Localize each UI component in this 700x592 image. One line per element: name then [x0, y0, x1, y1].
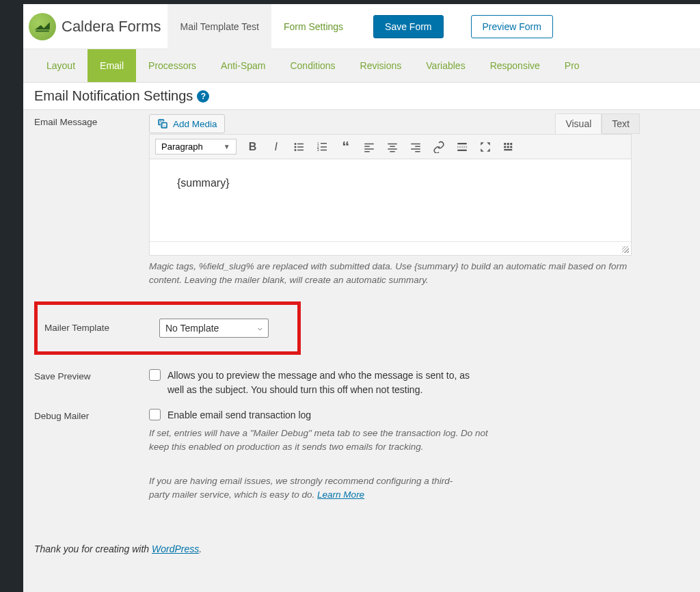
save-preview-label: Save Preview: [34, 368, 149, 397]
tab-responsive[interactable]: Responsive: [478, 49, 552, 82]
debug-mailer-label: Debug Mailer: [34, 408, 149, 502]
svg-point-2: [294, 143, 296, 145]
svg-rect-33: [507, 146, 509, 148]
svg-point-6: [294, 149, 296, 151]
numbered-list-icon[interactable]: 123: [316, 140, 329, 154]
svg-rect-16: [364, 148, 374, 150]
link-icon[interactable]: [432, 140, 446, 154]
mailer-template-label: Mailer Template: [44, 323, 159, 333]
editor-content[interactable]: {summary}: [150, 159, 631, 241]
preview-form-button[interactable]: Preview Form: [471, 15, 553, 38]
mailer-template-value: No Template: [165, 323, 219, 334]
save-form-button[interactable]: Save Form: [373, 15, 443, 38]
format-select-value: Paragraph: [161, 142, 203, 152]
svg-rect-0: [36, 30, 49, 31]
svg-rect-27: [457, 146, 467, 148]
svg-rect-21: [390, 151, 395, 152]
tab-nav: Layout Email Processors Anti-Spam Condit…: [23, 49, 700, 82]
mailer-template-select[interactable]: No Template ⌵: [159, 319, 269, 338]
toolbar-toggle-icon[interactable]: [502, 140, 515, 154]
email-message-label: Email Message: [34, 114, 149, 288]
svg-rect-11: [321, 146, 327, 148]
debug-mailer-help: If set, entries will have a "Mailer Debu…: [149, 427, 491, 455]
save-preview-checkbox[interactable]: [149, 369, 161, 381]
section-title: Email Notification Settings: [34, 88, 193, 104]
svg-rect-31: [510, 143, 512, 145]
add-media-button[interactable]: Add Media: [149, 114, 225, 133]
footer-credit: Thank you for creating with WordPress.: [34, 543, 689, 554]
editor-resize-handle[interactable]: [150, 241, 631, 255]
tab-pro[interactable]: Pro: [552, 49, 592, 82]
svg-rect-9: [321, 143, 327, 144]
chevron-down-icon: ▼: [224, 143, 230, 150]
svg-rect-5: [297, 146, 304, 148]
align-center-icon[interactable]: [386, 140, 399, 154]
add-media-label: Add Media: [173, 119, 217, 129]
app-logo: Caldera Forms: [23, 13, 167, 40]
svg-point-1: [160, 121, 161, 122]
svg-rect-32: [504, 146, 506, 148]
format-select[interactable]: Paragraph ▼: [155, 139, 237, 154]
tab-conditions[interactable]: Conditions: [278, 49, 347, 82]
tab-mail-template-test[interactable]: Mail Template Test: [167, 4, 271, 49]
debug-mailer-recommend: If you are having email issues, we stron…: [149, 474, 463, 502]
svg-rect-17: [364, 151, 370, 152]
quote-icon[interactable]: “: [339, 140, 353, 154]
learn-more-link[interactable]: Learn More: [317, 489, 364, 500]
wysiwyg-editor: Paragraph ▼ B I 123 “: [149, 134, 632, 256]
svg-point-4: [294, 146, 296, 148]
svg-rect-19: [390, 146, 395, 147]
media-icon: [157, 118, 169, 130]
svg-rect-20: [388, 148, 397, 150]
svg-rect-14: [364, 143, 374, 144]
read-more-icon[interactable]: [455, 140, 469, 154]
email-message-help: Magic tags, %field_slug% are replaced wi…: [149, 260, 628, 288]
svg-rect-22: [411, 143, 420, 144]
section-title-bar: Email Notification Settings ?: [23, 82, 700, 110]
tab-email[interactable]: Email: [88, 49, 136, 82]
editor-toolbar: Paragraph ▼ B I 123 “: [150, 135, 631, 159]
mailer-template-highlight: Mailer Template No Template ⌵: [34, 301, 301, 355]
header-bar: Caldera Forms Mail Template Test Form Se…: [23, 4, 700, 49]
debug-mailer-checkbox[interactable]: [149, 409, 161, 420]
tab-variables[interactable]: Variables: [414, 49, 477, 82]
tab-revisions[interactable]: Revisions: [348, 49, 414, 82]
svg-rect-3: [297, 143, 304, 144]
svg-rect-23: [415, 146, 420, 147]
bold-icon[interactable]: B: [246, 140, 260, 154]
svg-rect-35: [504, 149, 512, 150]
tab-anti-spam[interactable]: Anti-Spam: [208, 49, 278, 82]
svg-rect-29: [504, 143, 506, 145]
svg-rect-34: [510, 146, 512, 148]
tab-form-settings[interactable]: Form Settings: [271, 4, 355, 49]
align-right-icon[interactable]: [409, 140, 422, 154]
wordpress-link[interactable]: WordPress: [152, 543, 199, 554]
debug-mailer-text: Enable email send transaction log: [167, 408, 311, 422]
help-icon[interactable]: ?: [197, 90, 209, 103]
logo-icon: [29, 13, 56, 40]
save-preview-text: Allows you to preview the message and wh…: [167, 368, 482, 397]
svg-rect-25: [415, 151, 420, 152]
tab-layout[interactable]: Layout: [34, 49, 88, 82]
bullet-list-icon[interactable]: [293, 140, 306, 154]
editor-tab-visual[interactable]: Visual: [555, 113, 602, 134]
svg-rect-7: [297, 149, 304, 150]
svg-rect-24: [411, 148, 420, 150]
svg-text:3: 3: [317, 148, 319, 152]
align-left-icon[interactable]: [362, 140, 376, 154]
svg-rect-30: [507, 143, 509, 145]
editor-tab-text[interactable]: Text: [602, 113, 640, 134]
svg-rect-28: [457, 149, 467, 150]
svg-rect-13: [321, 149, 327, 150]
fullscreen-icon[interactable]: [479, 140, 492, 154]
svg-rect-18: [388, 143, 397, 144]
svg-rect-26: [457, 143, 467, 144]
tab-processors[interactable]: Processors: [136, 49, 208, 82]
svg-rect-15: [364, 146, 370, 147]
italic-icon[interactable]: I: [269, 140, 283, 154]
app-name: Caldera Forms: [62, 18, 161, 36]
chevron-down-icon: ⌵: [258, 323, 262, 332]
